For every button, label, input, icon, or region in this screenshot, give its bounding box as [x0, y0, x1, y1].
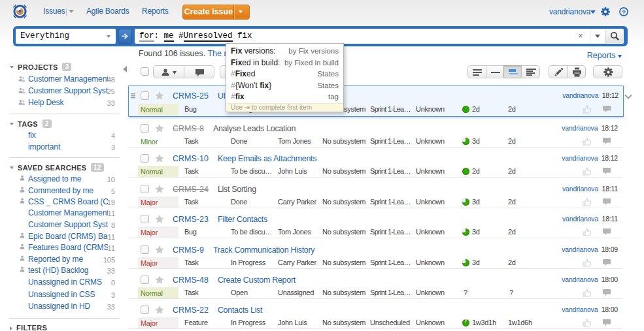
svg-text:?: ?: [622, 8, 626, 16]
